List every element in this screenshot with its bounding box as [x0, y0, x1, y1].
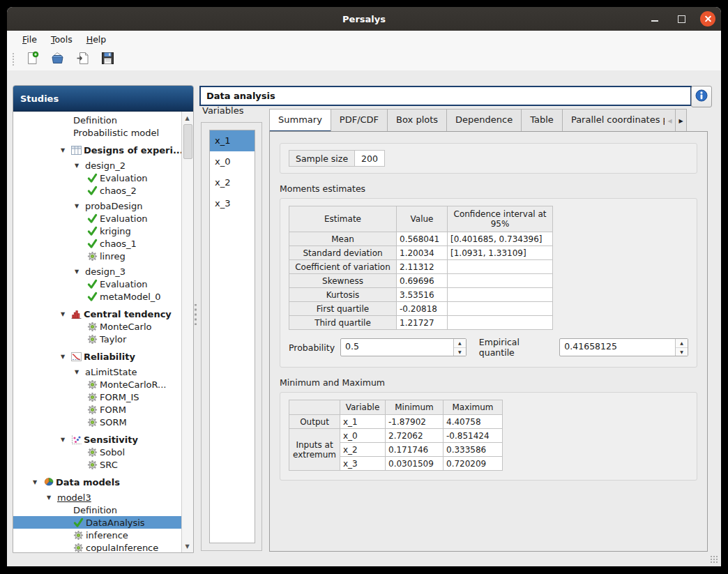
expander-icon[interactable]: ▼: [61, 147, 71, 153]
gear-icon: [87, 392, 100, 402]
spin-down-icon[interactable]: ▼: [454, 348, 466, 356]
tree-item-probabilistic-model[interactable]: Probabilistic model: [13, 126, 181, 139]
table-cell: -0.851424: [443, 429, 503, 443]
tree-item-sensitivity[interactable]: ▼Sensitivity: [13, 433, 181, 446]
tab-dependence[interactable]: Dependence: [447, 109, 522, 132]
menu-help[interactable]: Help: [81, 33, 112, 46]
probability-value[interactable]: 0.5: [341, 339, 453, 356]
info-button[interactable]: [691, 86, 712, 107]
expander-icon[interactable]: ▼: [33, 479, 43, 485]
tree-item-design-2[interactable]: ▼design_2: [13, 159, 181, 172]
tree-item-designs-of-experi[interactable]: ▼Designs of experi...: [13, 144, 181, 156]
tree-item-label: Taylor: [100, 334, 126, 345]
analysis-name-field[interactable]: [199, 86, 692, 106]
tree-item-definition[interactable]: Definition: [13, 114, 181, 126]
panel-splitter[interactable]: [194, 304, 197, 325]
menu-tools[interactable]: Tools: [45, 33, 78, 46]
tree-item-montecarlor[interactable]: MonteCarloR...: [13, 378, 181, 391]
studies-tree: DefinitionProbabilistic model▼Designs of…: [13, 112, 181, 552]
tree-item-metamodel-0[interactable]: metaModel_0: [13, 290, 181, 303]
tree-item-label: MonteCarloR...: [100, 379, 166, 390]
tab-table[interactable]: Table: [522, 109, 563, 132]
scroll-down-icon[interactable]: ▼: [182, 541, 192, 551]
table-cell: [1.0931, 1.33109]: [448, 246, 553, 260]
table-cell: 0.171746: [386, 443, 443, 457]
expander-icon[interactable]: ▼: [75, 269, 85, 275]
gear-icon: [87, 447, 100, 458]
variable-item-x-1[interactable]: x_1: [210, 130, 255, 151]
empirical-quantile-spinbox[interactable]: 0.41658125 ▲ ▼: [559, 338, 688, 356]
tree-scrollbar[interactable]: ▲ ▼: [181, 112, 193, 552]
check-icon: [87, 292, 100, 301]
size-grip[interactable]: [710, 555, 718, 564]
tree-item-sorm[interactable]: SORM: [13, 416, 181, 428]
variable-item-x-2[interactable]: x_2: [210, 172, 255, 193]
expander-icon[interactable]: ▼: [75, 369, 85, 375]
tree-item-chaos-2[interactable]: chaos_2: [13, 184, 181, 197]
spin-up-icon[interactable]: ▲: [676, 339, 688, 348]
check-icon: [87, 213, 100, 223]
import-script-button[interactable]: [74, 51, 91, 68]
minimize-button[interactable]: [647, 11, 662, 27]
tree-item-taylor[interactable]: Taylor: [13, 333, 181, 345]
toolbar-handle[interactable]: [12, 52, 15, 66]
save-study-button[interactable]: [99, 51, 116, 68]
tree-item-probadesign[interactable]: ▼probaDesign: [13, 199, 181, 212]
expander-icon[interactable]: ▼: [75, 163, 85, 169]
tree-item-src[interactable]: SRC: [13, 458, 181, 471]
scroll-up-icon[interactable]: ▲: [182, 113, 192, 123]
spin-up-icon[interactable]: ▲: [454, 339, 466, 348]
tree-item-copulainference[interactable]: copulaInference: [13, 541, 181, 552]
scrollbar-thumb[interactable]: [183, 124, 192, 159]
tree-item-design-3[interactable]: ▼design_3: [13, 265, 181, 278]
tree-item-evaluation[interactable]: Evaluation: [13, 172, 181, 184]
tree-item-form[interactable]: FORM: [13, 403, 181, 416]
tree-item-linreg[interactable]: linreg: [13, 250, 181, 262]
tab-parallel-coordinates-plot[interactable]: Parallel coordinates plot: [563, 109, 665, 132]
expander-icon[interactable]: ▼: [61, 311, 71, 317]
new-study-button[interactable]: [24, 51, 40, 68]
tree-item-central-tendency[interactable]: ▼Central tendency: [13, 308, 181, 320]
probability-spinbox[interactable]: 0.5 ▲ ▼: [340, 338, 467, 356]
tree-item-label: Reliability: [84, 352, 135, 362]
tree-item-evaluation[interactable]: Evaluation: [13, 212, 181, 225]
tab-box-plots[interactable]: Box plots: [388, 109, 447, 132]
tree-item-sobol[interactable]: Sobol: [13, 446, 181, 458]
empirical-quantile-value[interactable]: 0.41658125: [560, 339, 675, 356]
expander-icon[interactable]: ▼: [47, 494, 57, 501]
spin-down-icon[interactable]: ▼: [676, 348, 688, 356]
tree-item-inference[interactable]: inference: [13, 529, 181, 541]
tree-item-label: MonteCarlo: [100, 322, 151, 332]
tree-item-definition[interactable]: Definition: [13, 504, 181, 516]
tab-pdf-cdf[interactable]: PDF/CDF: [331, 109, 388, 132]
tree-item-montecarlo[interactable]: MonteCarlo: [13, 320, 181, 333]
main-window: Persalys FileToolsHelp Studies Definitio…: [7, 7, 721, 566]
maximize-button[interactable]: [674, 11, 689, 27]
tree-item-reliability[interactable]: ▼Reliability: [13, 350, 181, 363]
titlebar[interactable]: Persalys: [7, 7, 721, 31]
tree-item-kriging[interactable]: kriging: [13, 225, 181, 237]
tree-item-alimitstate[interactable]: ▼aLimitState: [13, 365, 181, 378]
tree-item-chaos-1[interactable]: chaos_1: [13, 237, 181, 250]
tree-item-model3[interactable]: ▼model3: [13, 491, 181, 504]
open-study-button[interactable]: [49, 51, 66, 68]
tree-item-label: DataAnalysis: [86, 518, 145, 528]
col-header: Confidence interval at 95%: [448, 206, 553, 232]
tree-item-dataanalysis[interactable]: DataAnalysis: [13, 516, 181, 529]
tree-item-data-models[interactable]: ▼Data models: [13, 476, 181, 488]
table-cell: [448, 260, 553, 274]
tab-scroll-right-icon[interactable]: ▶: [676, 109, 687, 133]
tab-scroll-left-icon[interactable]: ◀: [665, 109, 676, 133]
expander-icon[interactable]: ▼: [61, 354, 71, 360]
expander-icon[interactable]: ▼: [61, 437, 71, 443]
table-cell: x_3: [340, 457, 386, 471]
variable-item-x-0[interactable]: x_0: [210, 151, 255, 172]
expander-icon[interactable]: ▼: [75, 203, 85, 209]
variables-label: Variables: [202, 105, 243, 116]
tab-summary[interactable]: Summary: [269, 109, 331, 132]
menu-file[interactable]: File: [17, 33, 43, 46]
variable-item-x-3[interactable]: x_3: [210, 193, 255, 214]
close-button[interactable]: [700, 11, 715, 27]
tree-item-form-is[interactable]: FORM_IS: [13, 391, 181, 403]
tree-item-evaluation[interactable]: Evaluation: [13, 278, 181, 290]
